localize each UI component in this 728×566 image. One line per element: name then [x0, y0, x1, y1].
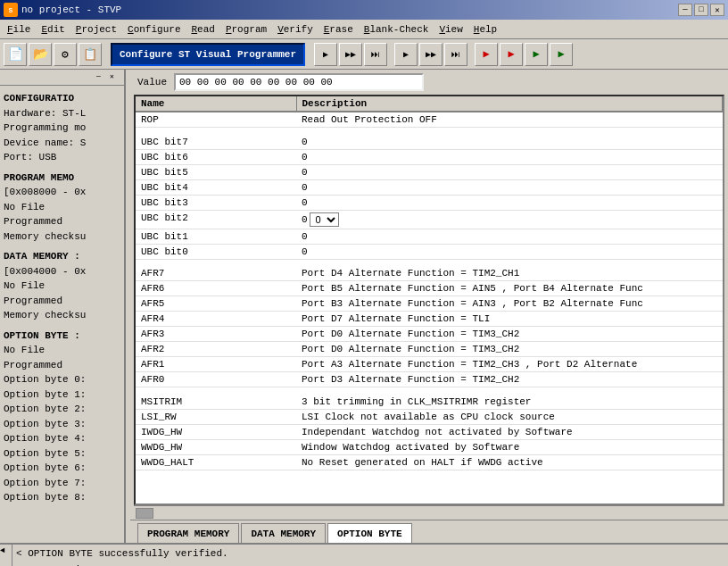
- tabs-bar: PROGRAM MEMORY DATA MEMORY OPTION BYTE: [130, 520, 728, 543]
- menu-configure[interactable]: Configure: [122, 22, 186, 37]
- toolbar-prog4[interactable]: ▶: [394, 43, 418, 66]
- toolbar-run2[interactable]: ▶: [500, 43, 523, 66]
- cell-desc: Port B5 Alternate Function = AIN5 , Port…: [302, 283, 643, 294]
- option-byte-table[interactable]: Name Description ROPRead Out Protection …: [134, 95, 724, 505]
- app-icon: S: [4, 3, 18, 17]
- cell-name: IWDG_HW: [136, 424, 296, 439]
- menu-edit[interactable]: Edit: [36, 22, 70, 37]
- config-line-2: Programming mo: [4, 121, 120, 136]
- toolbar-prog3[interactable]: ⏭: [364, 43, 387, 66]
- log-panel: ◄ < OPTION BYTE successfully verified.> …: [0, 543, 728, 566]
- content-panel: Value Name Description ROPRead Out Prote…: [130, 70, 728, 543]
- cell-name: MSITRIM: [136, 395, 296, 410]
- toolbar-prog2[interactable]: ▶▶: [339, 43, 362, 66]
- cell-desc: Port D0 Alternate Function = TIM3_CH2: [302, 329, 519, 339]
- toolbar-run3[interactable]: ▶: [525, 43, 548, 66]
- toolbar-run4[interactable]: ▶: [550, 43, 573, 66]
- ob-line-2: Programmed: [4, 358, 120, 373]
- left-panel-content: CONFIGURATIO Hardware: ST-L Programming …: [0, 86, 124, 507]
- menu-erase[interactable]: Erase: [318, 22, 359, 37]
- cell-description: 0: [296, 149, 723, 164]
- tab-option-byte[interactable]: OPTION BYTE: [327, 523, 412, 543]
- cell-name: UBC bit2: [136, 210, 296, 229]
- pm-line-4: Memory checksu: [4, 229, 120, 245]
- table-row: LSI_RWLSI Clock not available as CPU clo…: [136, 409, 723, 424]
- cell-desc: 0: [302, 197, 308, 208]
- toolbar-prog1[interactable]: ▶: [314, 43, 337, 66]
- cell-name: AFR0: [136, 372, 296, 387]
- value-bar: Value: [130, 70, 728, 95]
- window-title: no project - STVP: [21, 4, 678, 15]
- menu-bar: File Edit Project Configure Read Program…: [0, 20, 728, 39]
- cell-desc: 0: [302, 246, 308, 257]
- left-panel-header: ─ ✕: [0, 70, 124, 86]
- log-line: > Programming PROGRAM MEMORY area...: [16, 562, 724, 566]
- table-row: WWDG_HALTNo Reset generated on HALT if W…: [136, 454, 723, 470]
- menu-blank-check[interactable]: Blank-Check: [359, 22, 434, 37]
- cell-description: Independant Watchdog not activated by So…: [296, 424, 723, 439]
- pm-line-1: [0x008000 - 0x: [4, 185, 120, 200]
- config-line-4: Port: USB: [4, 150, 120, 165]
- section-option-byte: OPTION BYTE :: [4, 329, 120, 344]
- menu-verify[interactable]: Verify: [272, 22, 318, 37]
- value-input[interactable]: [174, 73, 424, 91]
- cell-description: Port A3 Alternate Function = TIM2_CH3 , …: [296, 357, 723, 372]
- table-row: AFR7Port D4 Alternate Function = TIM2_CH…: [136, 266, 723, 281]
- maximize-button[interactable]: □: [694, 4, 708, 16]
- cell-desc: Independant Watchdog not activated by So…: [302, 427, 573, 437]
- cell-description: Port D0 Alternate Function = TIM3_CH2: [296, 342, 723, 357]
- ob-line-11: Option byte 8:: [4, 490, 120, 505]
- tab-program-memory[interactable]: PROGRAM MEMORY: [137, 523, 239, 543]
- menu-view[interactable]: View: [434, 22, 467, 37]
- cell-name: AFR3: [136, 327, 296, 342]
- ob-line-1: No File: [4, 343, 120, 358]
- minimize-button[interactable]: ─: [678, 4, 692, 16]
- h-scroll-thumb[interactable]: [136, 508, 153, 519]
- menu-project[interactable]: Project: [70, 22, 122, 37]
- cell-name: UBC bit6: [136, 149, 296, 164]
- ubc-dropdown[interactable]: 01: [310, 212, 339, 227]
- menu-help[interactable]: Help: [468, 22, 502, 37]
- cell-description: Read Out Protection OFF: [296, 112, 723, 128]
- panel-minimize[interactable]: ─: [96, 72, 109, 83]
- cell-name: UBC bit3: [136, 195, 296, 210]
- cell-description: 0: [296, 229, 723, 244]
- toolbar-open[interactable]: 📂: [29, 43, 52, 66]
- cell-name: UBC bit1: [136, 229, 296, 244]
- horizontal-scrollbar[interactable]: [134, 505, 724, 520]
- cell-name: LSI_RW: [136, 409, 296, 424]
- toolbar-prog5[interactable]: ▶▶: [419, 43, 443, 66]
- toolbar-new[interactable]: 📄: [4, 43, 27, 66]
- configure-label: Configure ST Visual Programmer: [111, 43, 305, 66]
- tab-data-memory[interactable]: DATA MEMORY: [241, 523, 326, 543]
- menu-file[interactable]: File: [2, 22, 36, 37]
- close-button[interactable]: ✕: [710, 4, 724, 16]
- toolbar-run1[interactable]: ▶: [475, 43, 498, 66]
- cell-desc: Port D7 Alternate Function = TLI: [302, 313, 490, 324]
- pm-line-3: Programmed: [4, 214, 120, 229]
- cell-desc: Port A3 Alternate Function = TIM2_CH3 , …: [302, 359, 637, 370]
- ob-line-9: Option byte 6:: [4, 461, 120, 476]
- ob-line-5: Option byte 2:: [4, 402, 120, 417]
- log-content: < OPTION BYTE successfully verified.> Pr…: [12, 545, 728, 566]
- dm-line-4: Memory checksu: [4, 308, 120, 323]
- toolbar-chip[interactable]: ⚙: [54, 43, 77, 66]
- table-row: AFR5Port B3 Alternate Function = AIN3 , …: [136, 296, 723, 312]
- cell-description: Port B5 Alternate Function = AIN5 , Port…: [296, 281, 723, 296]
- cell-desc: Port D3 Alternate Function = TIM2_CH2: [302, 374, 519, 385]
- cell-description: 0: [296, 164, 723, 179]
- dm-line-3: Programmed: [4, 294, 120, 309]
- toolbar-copy[interactable]: 📋: [79, 43, 102, 66]
- panel-close[interactable]: ✕: [110, 72, 122, 83]
- left-panel: ─ ✕ CONFIGURATIO Hardware: ST-L Programm…: [0, 70, 125, 543]
- toolbar-prog6[interactable]: ⏭: [444, 43, 467, 66]
- table-row: UBC bit10: [136, 229, 723, 244]
- cell-desc: No Reset generated on HALT if WWDG activ…: [302, 457, 543, 468]
- cell-description: Port D4 Alternate Function = TIM2_CH1: [296, 266, 723, 281]
- menu-read[interactable]: Read: [186, 22, 219, 37]
- cell-desc: Port D0 Alternate Function = TIM3_CH2: [302, 344, 519, 354]
- cell-name: AFR6: [136, 281, 296, 296]
- menu-program[interactable]: Program: [220, 22, 272, 37]
- table-row: UBC bit70: [136, 135, 723, 150]
- cell-description: Port D7 Alternate Function = TLI: [296, 312, 723, 327]
